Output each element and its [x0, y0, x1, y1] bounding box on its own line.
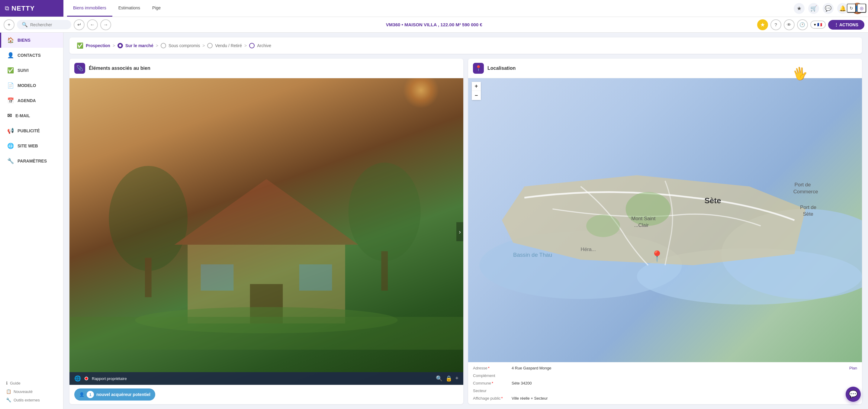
nouveaute-label: Nouveauté — [13, 389, 33, 394]
complement-row: Complément — [473, 373, 857, 378]
status-vendu-retire[interactable]: Vendu / Retiré — [207, 43, 242, 48]
affichage-row: Affichage public Ville réelle + Secteur — [473, 396, 857, 401]
nouveaute-icon: 📋 — [6, 389, 11, 394]
breadcrumb: VM360 • MAISON VILLA , 122.00 M² 590 000… — [114, 22, 755, 27]
add-image-icon[interactable]: + — [455, 375, 459, 382]
guide-link[interactable]: ℹ Guide — [6, 379, 57, 387]
status-sur-le-marche[interactable]: Sur le marché — [118, 43, 153, 48]
sidebar-item-suivi[interactable]: ✅ SUIVI — [0, 63, 63, 78]
contacts-icon: 👤 — [7, 52, 14, 59]
tab-estimations[interactable]: Estimations — [112, 0, 146, 17]
favorite-button[interactable]: ★ — [757, 19, 768, 30]
image-footer: 🌐 Rapport propriétaire 🔍 🔒 + — [69, 372, 463, 385]
archive-label: Archive — [257, 43, 271, 48]
sidebar-item-parametres[interactable]: 🔧 PARAMÈTRES — [0, 153, 63, 168]
svg-text:Port de: Port de — [794, 182, 811, 188]
sidebar-label-parametres: PARAMÈTRES — [18, 159, 47, 163]
nouveaute-link[interactable]: 📋 Nouveauté — [6, 387, 57, 396]
svg-rect-7 — [201, 264, 234, 291]
tab-pige[interactable]: Pige — [146, 0, 167, 17]
language-button[interactable]: ▾ 🇫🇷 — [810, 21, 826, 29]
plan-link[interactable]: Plan — [849, 366, 857, 370]
affichage-label: Affichage public — [473, 396, 509, 401]
svg-rect-1 — [145, 258, 152, 297]
sidebar-label-contacts: CONTACTS — [18, 53, 41, 58]
svg-text:Sète: Sète — [704, 196, 721, 205]
outils-link[interactable]: 🔧 Outils externes — [6, 396, 57, 404]
map-controls: + − — [472, 82, 481, 100]
search-image-icon[interactable]: 🔍 — [436, 375, 442, 382]
status-archive[interactable]: Archive — [249, 43, 271, 48]
arrow-3: > — [203, 43, 205, 48]
logo-icon: ⧉ — [5, 5, 9, 12]
property-card: 📎 Éléments associés au bien — [69, 59, 463, 404]
star-button[interactable]: ★ — [794, 3, 805, 14]
logo-area: ⧉ NETTY — [0, 0, 63, 17]
svg-text:Commerce: Commerce — [794, 189, 818, 194]
affichage-value: Ville réelle + Secteur — [512, 396, 857, 401]
svg-rect-3 — [381, 251, 388, 291]
pin-icon: 📍 — [473, 63, 484, 74]
secteur-row: Secteur — [473, 388, 857, 393]
map-container: Sète Port de Commerce Port de Sète Héra.… — [468, 78, 862, 362]
back-enter-button[interactable]: ↵ — [74, 19, 85, 30]
acquéreur-label: nouvel acquéreur potentiel — [96, 392, 150, 397]
svg-rect-8 — [299, 264, 332, 291]
house-svg — [69, 78, 463, 385]
home-icon: 🏠 — [7, 37, 14, 43]
location-details: Adresse 4 Rue Gaspard Monge Plan Complém… — [468, 362, 862, 404]
arrow-1: > — [113, 43, 115, 48]
eye-button[interactable]: 👁 — [784, 19, 795, 30]
acquéreur-badge[interactable]: 👤 1 nouvel acquéreur potentiel — [74, 388, 155, 401]
help-button[interactable]: ? — [770, 19, 781, 30]
lock-icon[interactable]: 🔒 — [445, 375, 452, 382]
sidebar-item-biens[interactable]: 🏠 BIENS — [0, 33, 63, 48]
status-prospection[interactable]: ✅ Prospection — [77, 42, 110, 49]
next-image-button[interactable]: › — [456, 222, 463, 241]
radio-icon-2 — [207, 43, 213, 48]
nav-tabs: Biens immobiliers Estimations Pige — [63, 0, 170, 17]
sidebar-label-suivi: SUIVI — [18, 68, 29, 73]
agenda-icon: 📅 — [7, 97, 14, 104]
acquéreur-count: 1 — [87, 391, 94, 398]
commune-row: Commune Sète 34200 — [473, 381, 857, 385]
search-bar[interactable]: 🔍 — [17, 20, 71, 29]
bell-button[interactable]: 🔔 — [837, 3, 848, 14]
sidebar-item-contacts[interactable]: 👤 CONTACTS — [0, 48, 63, 63]
property-card-header: 📎 Éléments associés au bien — [69, 59, 463, 78]
chat-button[interactable]: 💬 — [823, 3, 834, 14]
search-icon: 🔍 — [22, 22, 28, 28]
content-area: ✅ Prospection > Sur le marché > Sous com… — [63, 33, 868, 409]
map-pin: 📍 — [650, 250, 664, 263]
two-col-layout: 📎 Éléments associés au bien — [69, 59, 862, 404]
forward-button[interactable]: → — [100, 19, 111, 30]
secteur-label: Secteur — [473, 388, 509, 393]
svg-point-16 — [586, 215, 620, 237]
globe-icon: 🌐 — [74, 375, 81, 382]
add-button[interactable]: + — [4, 19, 14, 30]
sur-le-marche-label: Sur le marché — [125, 43, 153, 48]
sidebar: 🏠 BIENS 👤 CONTACTS ✅ SUIVI 📄 MODELO 📅 AG… — [0, 33, 63, 409]
back-button[interactable]: ← — [87, 19, 98, 30]
sidebar-item-publicite[interactable]: 📢 PUBLICITÉ — [0, 123, 63, 138]
sidebar-item-email[interactable]: ✉ E-MAIL — [0, 108, 63, 123]
second-bar-right: ★ ? 👁 🕐 ▾ 🇫🇷 ⋮ ACTIONS — [757, 19, 864, 30]
svg-point-2 — [348, 162, 421, 261]
localisation-card: 📍 Localisation ↻ ◎ — [468, 59, 862, 404]
clock-button[interactable]: 🕐 — [797, 19, 808, 30]
tab-biens[interactable]: Biens immobiliers — [67, 0, 112, 17]
commune-value: Sète 34200 — [512, 381, 857, 385]
sidebar-item-agenda[interactable]: 📅 AGENDA — [0, 93, 63, 108]
cart-button[interactable]: 🛒 — [808, 3, 819, 14]
actions-button[interactable]: ⋮ ACTIONS — [828, 20, 864, 30]
sidebar-item-siteweb[interactable]: 🌐 SITE WEB — [0, 138, 63, 153]
status-sous-compromis[interactable]: Sous compromis — [161, 43, 200, 48]
sidebar-item-modelo[interactable]: 📄 MODELO — [0, 78, 63, 93]
search-input[interactable] — [30, 22, 66, 27]
zoom-out-button[interactable]: − — [472, 91, 481, 100]
zoom-in-button[interactable]: + — [472, 82, 481, 91]
parametres-icon: 🔧 — [7, 158, 14, 164]
chat-fab[interactable]: 💬 — [846, 387, 861, 402]
chat-fab-icon: 💬 — [849, 390, 858, 399]
record-dot — [85, 377, 88, 380]
